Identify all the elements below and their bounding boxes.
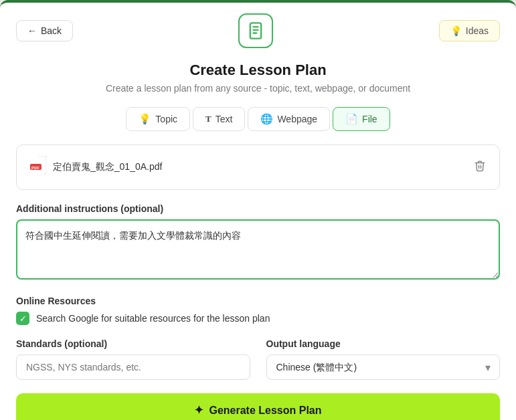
instructions-textarea[interactable]: 符合國中生延伸閱讀，需要加入文學體裁常識的內容 [16, 219, 500, 280]
file-info: PDF 定伯賣鬼_觀念_01_0A.pdf [30, 156, 162, 179]
tab-text[interactable]: T Text [193, 107, 245, 131]
output-language-field: Output language Chinese (繁體中文) English J… [266, 338, 501, 380]
online-resources-label: Online Resources [16, 296, 500, 306]
tab-topic[interactable]: 💡 Topic [126, 107, 190, 131]
page-subtitle: Create a lesson plan from any source - t… [0, 83, 516, 94]
ideas-button[interactable]: 💡 Ideas [439, 20, 500, 41]
generate-button[interactable]: ✦ Generate Lesson Plan [16, 393, 500, 420]
output-language-label: Output language [266, 338, 501, 349]
output-language-select[interactable]: Chinese (繁體中文) English Japanese Korean [266, 354, 501, 380]
checkbox-row: ✓ Search Google for suitable resources f… [16, 312, 500, 325]
header: ← Back 💡 Ideas [0, 3, 516, 59]
online-resources-section: Online Resources ✓ Search Google for sui… [16, 296, 500, 325]
tab-topic-label: Topic [155, 114, 177, 124]
tabs-row: 💡 Topic T Text 🌐 Webpage 📄 File [0, 107, 516, 131]
text-icon: T [205, 114, 211, 124]
pdf-icon: PDF [30, 156, 46, 179]
back-button[interactable]: ← Back [16, 20, 73, 41]
webpage-icon: 🌐 [260, 113, 273, 125]
main-content: PDF 定伯賣鬼_觀念_01_0A.pdf Additional instruc… [0, 144, 516, 420]
instructions-label: Additional instructions (optional) [16, 203, 500, 214]
tab-file-label: File [362, 114, 377, 124]
ideas-label: Ideas [466, 25, 489, 36]
instructions-field: Additional instructions (optional) 符合國中生… [16, 203, 500, 282]
page-title: Create Lesson Plan [0, 62, 516, 79]
ideas-bulb-icon: 💡 [450, 25, 462, 36]
tab-text-label: Text [216, 114, 233, 124]
file-tab-icon: 📄 [345, 113, 358, 125]
delete-file-button[interactable] [474, 160, 486, 175]
standards-input[interactable] [16, 354, 250, 380]
main-window: ← Back 💡 Ideas Create Lesson Plan Create… [0, 0, 516, 420]
lesson-plan-icon [238, 13, 273, 48]
tab-webpage[interactable]: 🌐 Webpage [248, 107, 330, 131]
tab-webpage-label: Webpage [277, 114, 317, 124]
generate-label: Generate Lesson Plan [209, 405, 321, 417]
file-name: 定伯賣鬼_觀念_01_0A.pdf [53, 161, 162, 173]
search-google-checkbox[interactable]: ✓ [16, 312, 29, 325]
generate-icon: ✦ [194, 403, 203, 417]
tab-file[interactable]: 📄 File [333, 107, 390, 131]
file-upload-box: PDF 定伯賣鬼_觀念_01_0A.pdf [16, 144, 500, 190]
checkbox-label: Search Google for suitable resources for… [36, 313, 270, 324]
back-label: Back [41, 25, 62, 36]
standards-label: Standards (optional) [16, 338, 250, 349]
svg-text:PDF: PDF [31, 166, 39, 170]
standards-field: Standards (optional) [16, 338, 250, 380]
output-language-select-wrapper: Chinese (繁體中文) English Japanese Korean [266, 354, 501, 380]
back-arrow-icon: ← [27, 25, 37, 36]
title-section: Create Lesson Plan Create a lesson plan … [0, 59, 516, 107]
topic-icon: 💡 [139, 113, 151, 125]
bottom-fields: Standards (optional) Output language Chi… [16, 338, 500, 380]
